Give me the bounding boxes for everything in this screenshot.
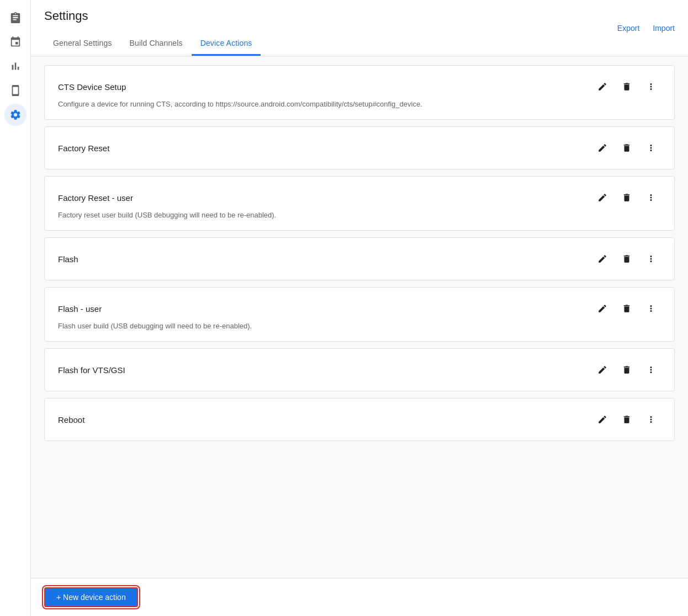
app-container: Settings General Settings Build Channels… [0,0,688,616]
edit-icon [597,254,607,264]
action-card-header: Flash - user [58,299,661,318]
delete-icon [622,254,632,264]
more-icon [646,415,656,424]
edit-button[interactable] [592,77,612,97]
delete-button[interactable] [617,360,637,380]
action-card-flash-vts-gsi: Flash for VTS/GSI [44,348,675,391]
action-card-description: Factory reset user build (USB debugging … [58,211,661,219]
edit-icon [597,193,607,203]
edit-button[interactable] [592,249,612,269]
tabs: General Settings Build Channels Device A… [44,32,261,56]
more-icon [646,193,656,203]
delete-icon [622,365,632,375]
action-card-action-buttons [592,360,661,380]
clipboard-icon [9,12,22,24]
import-link[interactable]: Import [653,24,675,33]
delete-icon [622,193,632,203]
action-card-cts-device-setup: CTS Device Setup [44,65,675,120]
action-card-action-buttons [592,138,661,158]
more-button[interactable] [641,410,661,429]
new-device-action-button[interactable]: + New device action [44,587,138,607]
settings-icon [9,109,22,121]
bottom-bar: + New device action [31,578,688,616]
action-card-title: Factory Reset - user [58,193,133,203]
more-icon [646,365,656,375]
edit-icon [597,82,607,92]
tab-general-settings[interactable]: General Settings [44,32,121,56]
sidebar-item-device[interactable] [4,79,27,102]
chart-icon [9,60,22,72]
sidebar-item-settings[interactable] [4,104,27,126]
delete-icon [622,143,632,153]
edit-icon [597,143,607,153]
header: Settings General Settings Build Channels… [31,0,688,56]
header-left: Settings General Settings Build Channels… [44,9,261,56]
action-card-flash: Flash [44,237,675,280]
delete-button[interactable] [617,410,637,429]
header-right: Export Import [617,24,675,33]
action-card-header: Flash for VTS/GSI [58,360,661,380]
action-card-action-buttons [592,410,661,429]
action-card-action-buttons [592,249,661,269]
sidebar [0,0,31,616]
more-icon [646,143,656,153]
tab-device-actions[interactable]: Device Actions [192,32,261,56]
edit-button[interactable] [592,410,612,429]
delete-icon [622,82,632,92]
delete-button[interactable] [617,138,637,158]
delete-button[interactable] [617,188,637,208]
tab-build-channels[interactable]: Build Channels [121,32,192,56]
action-card-action-buttons [592,77,661,97]
action-card-reboot: Reboot [44,398,675,441]
action-card-factory-reset-user: Factory Reset - user [44,176,675,231]
action-card-header: Reboot [58,410,661,429]
sidebar-item-calendar[interactable] [4,31,27,53]
action-card-title: Reboot [58,415,84,424]
action-card-action-buttons [592,299,661,318]
action-card-header: CTS Device Setup [58,77,661,97]
more-button[interactable] [641,188,661,208]
content-area: CTS Device Setup [31,56,688,578]
action-card-header: Flash [58,249,661,269]
edit-icon [597,415,607,424]
page-title: Settings [44,9,261,23]
edit-icon [597,304,607,314]
action-card-description: Configure a device for running CTS, acco… [58,100,661,108]
more-button[interactable] [641,360,661,380]
action-card-header: Factory Reset - user [58,188,661,208]
delete-button[interactable] [617,299,637,318]
device-icon [9,84,22,97]
main-content: Settings General Settings Build Channels… [31,0,688,616]
action-card-title: CTS Device Setup [58,82,126,92]
action-card-action-buttons [592,188,661,208]
more-button[interactable] [641,299,661,318]
delete-button[interactable] [617,77,637,97]
more-icon [646,254,656,264]
action-card-title: Flash [58,254,78,264]
edit-button[interactable] [592,138,612,158]
action-card-title: Factory Reset [58,144,109,153]
more-button[interactable] [641,77,661,97]
edit-icon [597,365,607,375]
calendar-icon [9,36,22,48]
action-card-title: Flash - user [58,304,102,314]
delete-icon [622,415,632,424]
edit-button[interactable] [592,299,612,318]
edit-button[interactable] [592,188,612,208]
action-card-description: Flash user build (USB debugging will nee… [58,322,661,330]
delete-icon [622,304,632,314]
export-link[interactable]: Export [617,24,639,33]
action-card-title: Flash for VTS/GSI [58,365,125,375]
action-card-factory-reset: Factory Reset [44,126,675,169]
more-icon [646,304,656,314]
more-button[interactable] [641,249,661,269]
action-card-flash-user: Flash - user [44,287,675,342]
more-icon [646,82,656,92]
delete-button[interactable] [617,249,637,269]
sidebar-item-chart[interactable] [4,55,27,77]
more-button[interactable] [641,138,661,158]
edit-button[interactable] [592,360,612,380]
sidebar-item-clipboard[interactable] [4,7,27,29]
action-card-header: Factory Reset [58,138,661,158]
cards-container: CTS Device Setup [44,65,675,441]
